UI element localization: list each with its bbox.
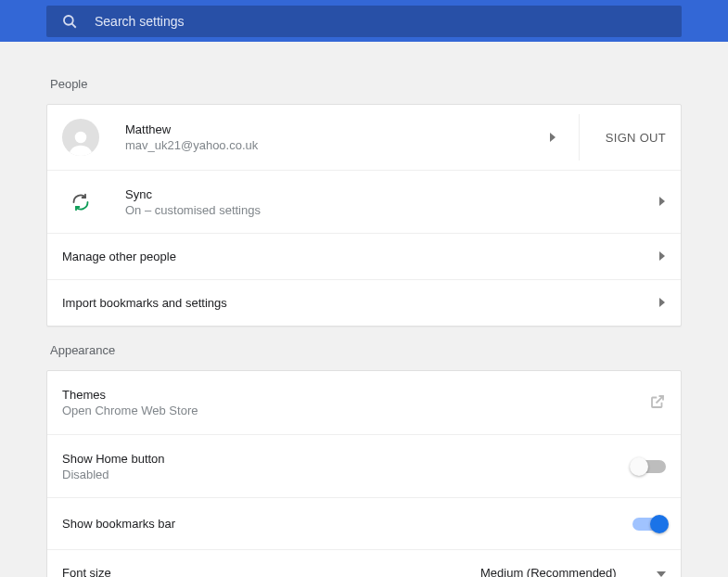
header-bar [0,0,728,42]
search-bar[interactable] [46,6,682,37]
sync-icon [62,193,99,212]
chevron-right-icon [658,296,666,310]
sign-out-wrap: SIGN OUT [579,114,666,160]
themes-row[interactable]: Themes Open Chrome Web Store [47,371,681,434]
home-button-title: Show Home button [62,452,632,466]
toggle-knob [650,515,669,533]
manage-people-row[interactable]: Manage other people [47,233,681,279]
sync-status: On – customised settings [125,203,658,217]
svg-point-2 [75,132,87,144]
font-size-value: Medium (Recommended) [480,566,617,577]
people-card: Matthew mav_uk21@yahoo.co.uk SIGN OUT Sy… [46,104,682,327]
appearance-card: Themes Open Chrome Web Store Show Home b… [46,370,682,577]
home-button-status: Disabled [62,468,632,481]
themes-title: Themes [62,388,649,402]
home-button-toggle[interactable] [632,460,666,473]
font-size-title: Font size [62,566,480,577]
bookmarks-bar-title: Show bookmarks bar [62,517,632,531]
account-text: Matthew mav_uk21@yahoo.co.uk [125,122,549,152]
toggle-knob [630,457,648,476]
open-external-icon [649,393,666,413]
sign-out-button[interactable]: SIGN OUT [606,131,666,145]
sync-row[interactable]: Sync On – customised settings [47,170,681,233]
account-row[interactable]: Matthew mav_uk21@yahoo.co.uk SIGN OUT [47,105,681,170]
account-email: mav_uk21@yahoo.co.uk [125,138,549,152]
import-bookmarks-label: Import bookmarks and settings [62,296,658,310]
sync-text: Sync On – customised settings [125,187,658,217]
search-icon [61,13,78,30]
sync-title: Sync [125,187,658,201]
bookmarks-bar-toggle[interactable] [632,518,666,531]
svg-line-1 [71,23,75,27]
import-bookmarks-row[interactable]: Import bookmarks and settings [47,279,681,326]
search-input[interactable] [95,14,667,29]
section-title-people: People [50,77,678,91]
font-size-select[interactable]: Medium (Recommended) [480,566,666,577]
home-button-row: Show Home button Disabled [47,434,681,497]
font-size-row: Font size Medium (Recommended) [47,549,681,577]
chevron-right-icon [658,250,666,263]
settings-content: People Matthew mav_uk21@yahoo.co.uk SIGN… [0,42,728,577]
avatar [62,119,99,156]
section-title-appearance: Appearance [50,343,678,357]
svg-point-0 [64,16,73,25]
svg-line-3 [657,396,664,404]
chevron-right-icon [658,195,666,209]
themes-sub: Open Chrome Web Store [62,404,649,417]
chevron-down-icon [657,566,666,577]
chevron-right-icon [549,131,556,145]
account-name: Matthew [125,122,549,136]
bookmarks-bar-row: Show bookmarks bar [47,497,681,549]
manage-people-label: Manage other people [62,250,658,263]
